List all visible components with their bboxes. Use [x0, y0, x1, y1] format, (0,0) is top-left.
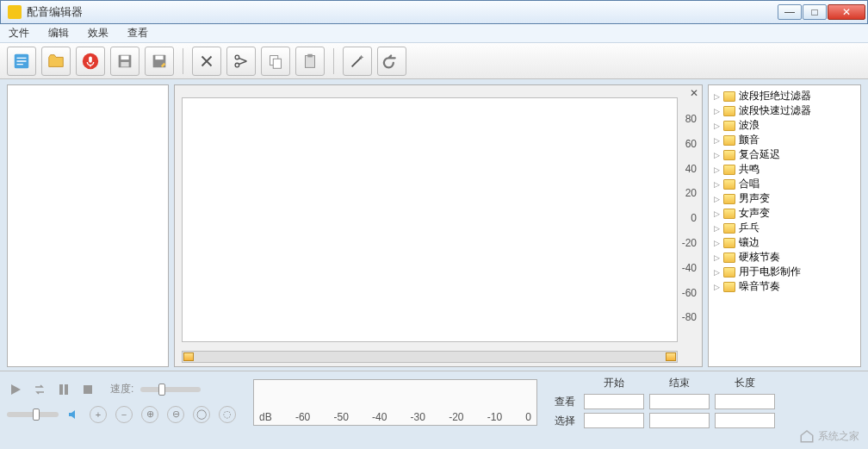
speed-label: 速度: — [110, 382, 133, 396]
svg-rect-16 — [84, 385, 92, 394]
select-length[interactable] — [715, 413, 775, 428]
row-view-label: 查看 — [555, 395, 579, 409]
effect-item[interactable]: ▷复合延迟 — [710, 147, 859, 162]
effect-item[interactable]: ▷波段快速过滤器 — [710, 103, 859, 118]
effect-item[interactable]: ▷波段拒绝过滤器 — [710, 89, 859, 103]
svg-rect-15 — [65, 384, 68, 395]
save-as-button[interactable] — [145, 47, 174, 76]
svg-point-8 — [235, 63, 239, 67]
panel-close-icon[interactable]: ✕ — [690, 87, 698, 99]
app-icon — [8, 5, 22, 19]
effect-item[interactable]: ▷乒乓 — [710, 221, 859, 235]
amplitude-ruler: 80 60 40 20 0 -20 -40 -60 -80 — [678, 99, 697, 347]
volume-slider[interactable] — [7, 412, 59, 417]
toolbar — [0, 43, 868, 79]
effect-item[interactable]: ▷女声变 — [710, 206, 859, 221]
waveform-panel: ✕ 80 60 40 20 0 -20 -40 -60 -80 — [174, 84, 703, 367]
zoom-sel-in-button[interactable]: ⊕ — [141, 406, 158, 423]
view-length[interactable] — [715, 394, 775, 409]
cut-button[interactable] — [192, 47, 221, 76]
effect-item[interactable]: ▷镶边 — [710, 235, 859, 250]
effect-item[interactable]: ▷男声变 — [710, 191, 859, 206]
menu-view[interactable]: 查看 — [124, 24, 152, 42]
horizontal-scrollbar[interactable] — [182, 351, 678, 363]
svg-rect-4 — [121, 55, 128, 59]
view-end[interactable] — [649, 394, 710, 409]
row-select-label: 选择 — [555, 414, 579, 428]
save-button[interactable] — [110, 47, 140, 76]
svg-rect-2 — [89, 56, 92, 62]
effect-item[interactable]: ▷用于电影制作 — [710, 265, 859, 279]
minimize-button[interactable]: — — [778, 4, 802, 20]
zoom-in-button[interactable]: + — [90, 406, 107, 423]
zoom-sel-out-button[interactable]: ⊖ — [167, 406, 184, 423]
undo-button[interactable] — [377, 47, 406, 76]
record-button[interactable] — [76, 47, 105, 76]
effect-item[interactable]: ▷共鸣 — [710, 162, 859, 177]
svg-rect-13 — [307, 53, 313, 57]
effect-item[interactable]: ▷硬核节奏 — [710, 250, 859, 265]
menu-edit[interactable]: 编辑 — [45, 24, 72, 42]
menu-bar: 文件 编辑 效果 查看 — [0, 24, 868, 43]
select-end[interactable] — [649, 413, 710, 428]
time-grid: 开始 结束 长度 查看 选择 — [555, 376, 775, 428]
menu-effect[interactable]: 效果 — [84, 24, 112, 42]
close-button[interactable]: ✕ — [828, 4, 865, 20]
pause-button[interactable] — [55, 382, 72, 397]
view-start[interactable] — [584, 394, 644, 409]
window-title: 配音编辑器 — [27, 4, 777, 20]
open-button[interactable] — [41, 47, 71, 76]
watermark: 系统之家 — [799, 428, 859, 444]
select-start[interactable] — [584, 413, 644, 428]
stop-button[interactable] — [79, 382, 96, 397]
svg-point-9 — [235, 55, 239, 59]
col-end: 结束 — [649, 376, 710, 390]
speaker-icon[interactable] — [65, 407, 83, 422]
maximize-button[interactable]: □ — [803, 4, 827, 20]
paste-button[interactable] — [295, 47, 325, 76]
effect-item[interactable]: ▷噪音节奏 — [710, 279, 859, 294]
loop-button[interactable] — [31, 382, 48, 397]
effects-tree: ▷波段拒绝过滤器▷波段快速过滤器▷波浪▷颤音▷复合延迟▷共鸣▷合唱▷男声变▷女声… — [708, 84, 861, 367]
effect-item[interactable]: ▷波浪 — [710, 118, 859, 133]
scissors-button[interactable] — [226, 47, 256, 76]
level-meter: dB-60-50-40-30-20-100 — [253, 379, 537, 426]
bottom-bar: 速度: + − ⊕ ⊖ ◯ ◌ dB-60-50-40-30-20-100 开始… — [0, 371, 868, 433]
title-bar: 配音编辑器 — □ ✕ — [0, 0, 868, 24]
file-list-panel — [7, 84, 169, 367]
menu-file[interactable]: 文件 — [5, 24, 33, 42]
svg-rect-11 — [273, 59, 281, 68]
speed-slider[interactable] — [140, 387, 201, 392]
zoom-out-button[interactable]: − — [115, 406, 133, 423]
col-length: 长度 — [715, 376, 775, 390]
svg-rect-5 — [121, 61, 128, 66]
effect-item[interactable]: ▷颤音 — [710, 133, 859, 147]
new-button[interactable] — [7, 47, 36, 76]
svg-rect-14 — [59, 384, 63, 395]
svg-rect-12 — [306, 55, 315, 67]
play-button[interactable] — [7, 382, 24, 397]
svg-rect-7 — [155, 55, 163, 59]
effect-item[interactable]: ▷合唱 — [710, 177, 859, 191]
waveform-canvas[interactable] — [182, 97, 678, 342]
zoom-reset-button[interactable]: ◌ — [219, 406, 236, 423]
col-start: 开始 — [584, 376, 644, 390]
zoom-fit-button[interactable]: ◯ — [193, 406, 210, 423]
wand-button[interactable] — [343, 47, 372, 76]
copy-button[interactable] — [261, 47, 290, 76]
